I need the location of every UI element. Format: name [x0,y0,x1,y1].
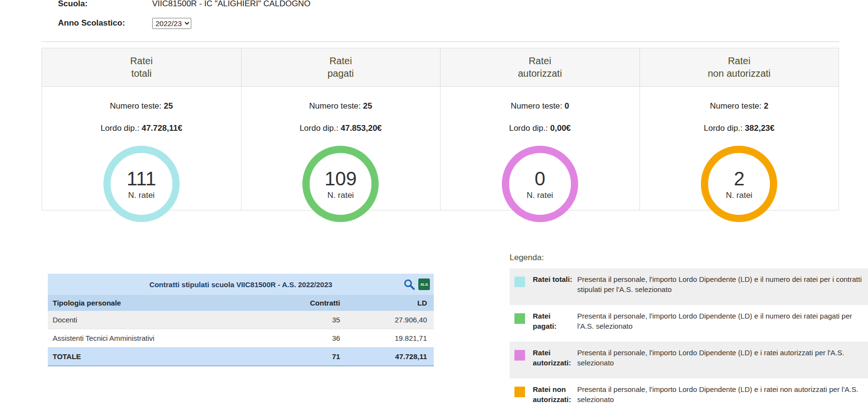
card-title-ratei-autorizzati: Ratei autorizzati [441,48,640,87]
numero-teste-value: 25 [164,101,173,111]
cell-ld: 27.906,40 [347,311,434,329]
card-title-line1: Ratei [42,55,241,67]
card-ratei-pagati: Ratei pagati Numero teste: 25 Lordo dip.… [241,48,441,210]
year-row: Anno Scolastico: 2022/23 [58,17,311,29]
legend-description: Presenta il personale, l'importo Lordo D… [577,311,863,331]
numero-teste-value: 2 [764,101,768,111]
contracts-panel: Contratti stipulati scuola VIIC81500R - … [48,274,434,366]
card-title-line2: pagati [242,67,441,80]
lordo-dip-value: 47.853,20€ [341,124,382,133]
year-select[interactable]: 2022/23 [152,18,191,29]
col-header-tipologia: Tipologia personale [48,295,260,311]
cell-contratti: 35 [260,311,347,329]
school-label: Scuola: [58,0,152,9]
card-body: Numero teste: 25 Lordo dip.: 47.853,20€ … [242,87,441,222]
numero-teste-value: 0 [565,101,569,111]
card-ratei-totali: Ratei totali Numero teste: 25 Lordo dip.… [42,48,242,210]
cell-totale-contratti: 71 [260,348,347,366]
numero-teste-line: Numero teste: 25 [110,101,173,111]
card-title-line2: autorizzati [441,67,640,80]
lordo-dip-line: Lordo dip.: 0,00€ [509,124,571,133]
legend-label: Ratei totali: [533,274,577,284]
legend-label: Ratei non autorizzati: [533,384,577,404]
cell-tipologia: Docenti [48,311,260,329]
numero-teste-label: Numero teste: [110,101,162,111]
card-title-ratei-non-autorizzati: Ratei non autorizzati [640,48,839,87]
school-row: Scuola: VIIC81500R - IC "ALIGHIERI" CALD… [58,0,311,10]
search-icon[interactable] [403,278,415,291]
legend-item-ratei-autorizzati: Ratei autorizzati: Presenta il personale… [510,342,868,378]
numero-teste-label: Numero teste: [511,101,562,111]
card-title-line2: non autorizzati [640,67,839,80]
legend-item-ratei-totali: Ratei totali: Presenta il personale, l'i… [510,268,868,305]
legend-label: Ratei autorizzati: [533,348,577,368]
numero-teste-line: Numero teste: 0 [511,101,569,111]
card-ratei-non-autorizzati: Ratei non autorizzati Numero teste: 2 Lo… [640,48,840,210]
table-row-totale: TOTALE 71 47.728,11 [48,348,434,366]
lordo-dip-label: Lordo dip.: [509,124,548,133]
card-body: Numero teste: 2 Lordo dip.: 382,23€ 2 N.… [640,87,839,222]
cell-contratti: 36 [260,329,347,348]
legend-title: Legenda: [510,253,868,263]
lordo-dip-line: Lordo dip.: 382,23€ [704,124,775,133]
numero-teste-line: Numero teste: 2 [710,101,768,111]
ratei-count-circle: 0 N. ratei [502,146,578,222]
contracts-header-row: Tipologia personale Contratti LD [48,295,434,311]
numero-teste-value: 25 [363,101,372,111]
table-row-ata: Assistenti Tecnici Amministrativi 36 19.… [48,329,434,348]
legend-swatch-totali [514,277,525,287]
numero-teste-label: Numero teste: [309,101,361,111]
numero-teste-line: Numero teste: 25 [309,101,372,111]
card-title-line1: Ratei [640,55,839,67]
lordo-dip-label: Lordo dip.: [299,124,338,133]
year-label: Anno Scolastico: [58,18,152,28]
lordo-dip-label: Lordo dip.: [704,124,742,133]
lordo-dip-value: 47.728,11€ [142,124,182,133]
ratei-count-circle: 2 N. ratei [701,146,777,222]
contracts-table: Tipologia personale Contratti LD Docenti… [48,295,434,366]
legend-swatch-autorizzati [514,350,525,361]
ratei-count-label: N. ratei [526,191,553,200]
lordo-dip-label: Lordo dip.: [100,124,139,133]
ratei-count-value: 111 [127,168,156,189]
header-divider [42,42,839,42]
legend-label: Ratei pagati: [533,311,577,331]
ratei-count-circle: 111 N. ratei [103,146,180,222]
card-title-ratei-totali: Ratei totali [42,48,241,87]
col-header-contratti: Contratti [260,295,347,311]
cell-ld: 19.821,71 [347,329,434,348]
ratei-count-circle: 109 N. ratei [302,146,379,222]
lordo-dip-line: Lordo dip.: 47.728,11€ [100,124,182,133]
card-body: Numero teste: 25 Lordo dip.: 47.728,11€ … [42,87,241,222]
legend-description: Presenta il personale, l'importo Lordo D… [577,274,863,294]
card-body: Numero teste: 0 Lordo dip.: 0,00€ 0 N. r… [441,87,640,222]
col-header-ld: LD [347,295,434,311]
filters-panel: Scuola: VIIC81500R - IC "ALIGHIERI" CALD… [58,0,311,37]
card-title-line1: Ratei [441,55,640,67]
ratei-cards: Ratei totali Numero teste: 25 Lordo dip.… [42,48,839,210]
contracts-title-bar: Contratti stipulati scuola VIIC81500R - … [48,274,434,295]
contracts-table-title: Contratti stipulati scuola VIIC81500R - … [149,280,332,289]
legend-description: Presenta il personale, l'importo Lordo D… [577,384,863,404]
legend-swatch-pagati [514,313,525,324]
legend-panel: Legenda: Ratei totali: Presenta il perso… [510,253,868,404]
card-ratei-autorizzati: Ratei autorizzati Numero teste: 0 Lordo … [440,48,640,210]
xls-export-icon[interactable]: XLS [418,279,430,290]
ratei-count-value: 2 [734,168,744,189]
legend-description: Presenta il personale, l'importo Lordo D… [577,348,863,368]
contracts-title-icons: XLS [403,274,430,295]
card-title-line1: Ratei [242,55,441,67]
lordo-dip-value: 382,23€ [745,124,774,133]
ratei-count-label: N. ratei [726,191,753,200]
ratei-count-label: N. ratei [128,191,155,200]
ratei-count-value: 0 [535,168,545,189]
cell-totale-label: TOTALE [48,348,260,366]
legend-swatch-non-autorizzati [514,387,525,397]
dashboard-page: Scuola: VIIC81500R - IC "ALIGHIERI" CALD… [0,0,868,404]
table-row-docenti: Docenti 35 27.906,40 [48,311,434,329]
numero-teste-label: Numero teste: [710,101,762,111]
ratei-count-label: N. ratei [327,191,354,200]
ratei-count-value: 109 [325,168,357,189]
school-value: VIIC81500R - IC "ALIGHIERI" CALDOGNO [152,0,311,9]
legend-item-ratei-pagati: Ratei pagati: Presenta il personale, l'i… [510,305,868,342]
